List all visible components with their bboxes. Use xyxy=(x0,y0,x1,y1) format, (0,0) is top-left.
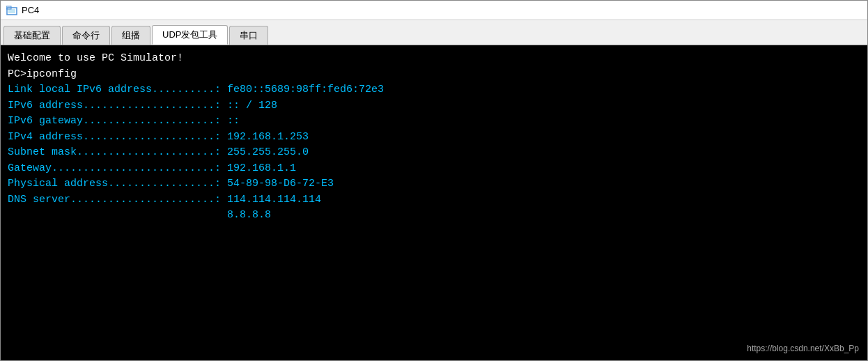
tab-multicast[interactable]: 组播 xyxy=(111,26,150,45)
terminal-line-9: Gateway..........................: 192.1… xyxy=(8,161,860,177)
terminal-line-0: Welcome to use PC Simulator! xyxy=(8,51,860,67)
tab-serial[interactable]: 串口 xyxy=(229,26,268,45)
window-icon xyxy=(6,5,17,16)
tab-bar: 基础配置 命令行 组播 UDP发包工具 串口 xyxy=(1,20,867,45)
terminal-line-5: IPv6 address.....................: :: / … xyxy=(8,98,860,114)
terminal-line-6: IPv6 gateway.....................: :: xyxy=(8,114,860,130)
terminal-line-12: 8.8.8.8 xyxy=(8,208,860,224)
terminal-line-11: DNS server.......................: 114.1… xyxy=(8,192,860,208)
terminal-line-7: IPv4 address.....................: 192.1… xyxy=(8,130,860,146)
tab-command-line[interactable]: 命令行 xyxy=(62,26,110,45)
window-title: PC4 xyxy=(22,5,39,15)
main-window: PC4 基础配置 命令行 组播 UDP发包工具 串口 Welcome to us… xyxy=(0,0,868,361)
terminal-line-10: Physical address.................: 54-89… xyxy=(8,176,860,192)
tab-basic-config[interactable]: 基础配置 xyxy=(3,26,61,45)
title-bar: PC4 xyxy=(1,1,867,20)
terminal-area[interactable]: Welcome to use PC Simulator! PC>ipconfig… xyxy=(1,45,867,360)
svg-rect-1 xyxy=(8,9,15,13)
watermark: https://blog.csdn.net/XxBb_Pp xyxy=(747,342,859,355)
terminal-line-4: Link local IPv6 address..........: fe80:… xyxy=(8,82,860,98)
terminal-line-2: PC>ipconfig xyxy=(8,67,860,83)
terminal-line-8: Subnet mask......................: 255.2… xyxy=(8,145,860,161)
tab-udp-tool[interactable]: UDP发包工具 xyxy=(152,25,228,45)
